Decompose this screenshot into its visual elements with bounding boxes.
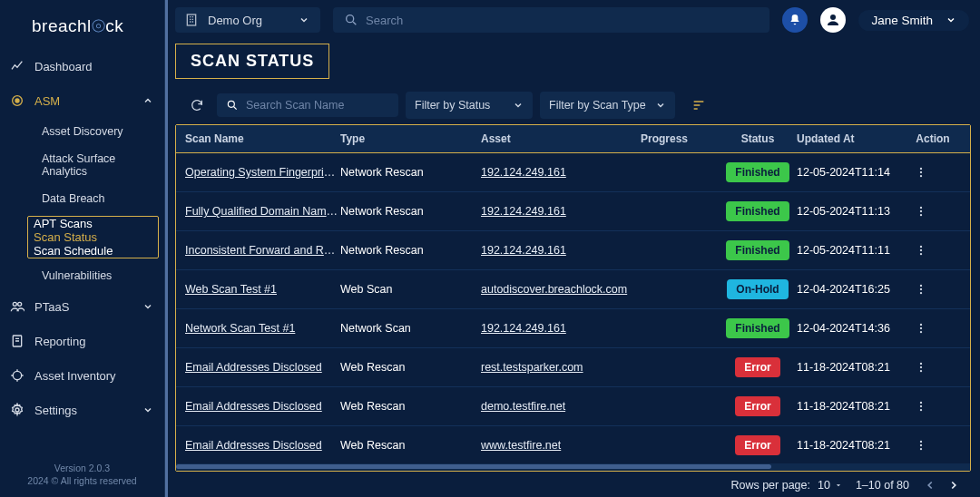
- row-actions-button[interactable]: [915, 439, 951, 452]
- asset-link[interactable]: 192.124.249.161: [481, 205, 641, 218]
- asset-link[interactable]: www.testfire.net: [481, 439, 641, 452]
- svg-point-19: [920, 253, 922, 255]
- nav-vulnerabilities[interactable]: Vulnerabilities: [33, 262, 164, 289]
- scan-name-input[interactable]: [246, 99, 389, 112]
- svg-point-15: [920, 210, 922, 212]
- status-badge: Error: [735, 396, 779, 416]
- nav-data-breach[interactable]: Data Breach: [33, 185, 164, 212]
- top-search[interactable]: [333, 7, 769, 33]
- rows-per-page-label: Rows per page:: [730, 479, 810, 492]
- svg-point-21: [920, 288, 922, 290]
- table-body: Operating System FingerprintedNetwork Re…: [176, 153, 970, 463]
- scan-name-link[interactable]: Email Addresses Disclosed: [181, 361, 340, 374]
- brand-pre: breachl: [32, 16, 92, 35]
- asset-link[interactable]: 192.124.249.161: [481, 244, 641, 257]
- row-actions-button[interactable]: [915, 322, 951, 335]
- nav-attack-surface[interactable]: Attack Surface Analytics: [33, 145, 164, 185]
- nav-settings[interactable]: Settings: [0, 393, 164, 427]
- nav-asset-inventory[interactable]: Asset Inventory: [0, 358, 164, 393]
- nav-asm-sub2: Vulnerabilities: [0, 262, 164, 289]
- svg-point-8: [347, 15, 354, 23]
- notifications-button[interactable]: [782, 7, 808, 33]
- prev-page-button[interactable]: [922, 477, 938, 493]
- table-row: Operating System FingerprintedNetwork Re…: [176, 153, 970, 192]
- updated-at: 11-18-2024T08:21: [797, 361, 915, 374]
- nav-asset-discovery[interactable]: Asset Discovery: [33, 118, 164, 145]
- col-asset: Asset: [481, 132, 641, 145]
- svg-point-6: [15, 408, 19, 412]
- rows-per-page-select[interactable]: 10: [818, 479, 843, 492]
- asset-link[interactable]: rest.testsparker.com: [481, 361, 641, 374]
- scan-name-link[interactable]: Email Addresses Disclosed: [181, 400, 340, 413]
- updated-at: 12-05-2024T11:14: [797, 166, 915, 179]
- nav-ptaas[interactable]: PTaaS: [0, 289, 164, 324]
- table-header: Scan Name Type Asset Progress Status Upd…: [176, 125, 970, 153]
- asset-link[interactable]: 192.124.249.161: [481, 322, 641, 335]
- svg-point-11: [920, 168, 922, 170]
- scan-type: Web Rescan: [340, 400, 481, 413]
- brand-post: ck: [105, 16, 123, 35]
- more-vertical-icon: [915, 166, 927, 179]
- nav-apt-scans[interactable]: APT Scans: [28, 217, 158, 230]
- scan-name-link[interactable]: Operating System Fingerprinted: [181, 166, 340, 179]
- top-search-input[interactable]: [366, 14, 759, 27]
- nav-label: Asset Inventory: [34, 369, 153, 383]
- asset-link[interactable]: 192.124.249.161: [481, 166, 641, 179]
- scan-name-link[interactable]: Network Scan Test #1: [181, 322, 340, 335]
- col-scan-name: Scan Name: [181, 132, 340, 145]
- next-page-button[interactable]: [946, 477, 962, 493]
- filter-scan-type[interactable]: Filter by Scan Type: [540, 92, 675, 119]
- asset-link[interactable]: demo.testfire.net: [481, 400, 641, 413]
- document-icon: [9, 333, 25, 349]
- table-row: Network Scan Test #1Network Scan192.124.…: [176, 309, 970, 348]
- scan-name-link[interactable]: Inconsistent Forward and Reverse: [181, 244, 340, 257]
- page-title-box: SCAN STATUS: [175, 44, 329, 79]
- nav-reporting[interactable]: Reporting: [0, 324, 164, 358]
- users-icon: [9, 298, 25, 315]
- user-menu[interactable]: Jane Smith: [858, 10, 969, 31]
- svg-point-18: [920, 249, 922, 251]
- scan-name-link[interactable]: Web Scan Test #1: [181, 283, 340, 296]
- scan-name-link[interactable]: Email Addresses Disclosed: [181, 439, 340, 452]
- scrollbar-thumb[interactable]: [176, 464, 771, 469]
- scan-type: Network Scan: [340, 322, 481, 335]
- avatar-icon: [820, 7, 846, 33]
- nav-scan-schedule[interactable]: Scan Schedule: [28, 244, 158, 258]
- scan-name-link[interactable]: Fully Qualified Domain Name (FQDN): [181, 205, 340, 218]
- row-actions-button[interactable]: [915, 400, 951, 413]
- row-actions-button[interactable]: [915, 244, 951, 257]
- svg-point-3: [18, 302, 22, 306]
- more-vertical-icon: [915, 400, 927, 413]
- building-icon: [184, 13, 199, 27]
- search-icon: [344, 13, 358, 27]
- row-actions-button[interactable]: [915, 166, 951, 179]
- brand-logo: breachl⦾ck: [0, 0, 164, 49]
- col-progress: Progress: [641, 132, 719, 145]
- svg-point-34: [920, 448, 922, 450]
- svg-point-32: [920, 441, 922, 443]
- nav-asm[interactable]: ASM: [0, 83, 164, 118]
- gear-icon: [9, 402, 25, 418]
- version-text: Version 2.0.3: [0, 462, 164, 475]
- svg-point-33: [920, 444, 922, 446]
- org-select[interactable]: Demo Org: [175, 7, 320, 33]
- scan-table: Scan Name Type Asset Progress Status Upd…: [175, 124, 971, 472]
- table-row: Email Addresses DisclosedWeb Rescanwww.t…: [176, 426, 970, 463]
- page-title: SCAN STATUS: [191, 52, 314, 71]
- scan-type: Web Rescan: [340, 439, 481, 452]
- row-actions-button[interactable]: [915, 361, 951, 374]
- nav-dashboard[interactable]: Dashboard: [0, 49, 164, 83]
- row-actions-button[interactable]: [915, 283, 951, 296]
- filter-lines-button[interactable]: [686, 93, 711, 118]
- status-cell: Finished: [719, 240, 797, 260]
- status-cell: Finished: [719, 201, 797, 221]
- refresh-button[interactable]: [184, 93, 210, 118]
- svg-point-24: [920, 327, 922, 329]
- svg-point-29: [920, 402, 922, 404]
- row-actions-button[interactable]: [915, 205, 951, 218]
- table-horizontal-scrollbar[interactable]: [176, 463, 970, 471]
- scan-name-search[interactable]: [217, 93, 398, 117]
- filter-status[interactable]: Filter by Status: [406, 92, 533, 119]
- nav-scan-status[interactable]: Scan Status: [28, 230, 158, 244]
- asset-link[interactable]: autodiscover.breachlock.com: [481, 283, 641, 296]
